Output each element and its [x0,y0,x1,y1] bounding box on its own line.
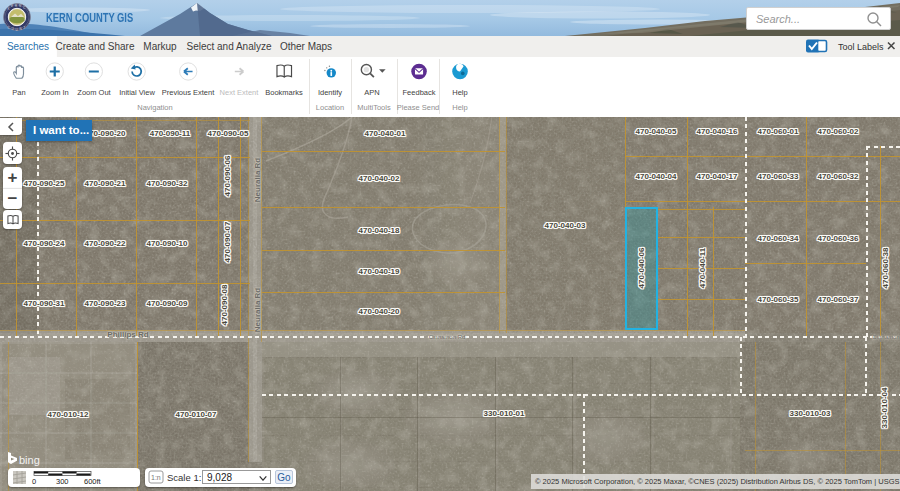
svg-text:Tool Labels: Tool Labels [838,42,884,52]
svg-text:N: N [19,4,21,8]
svg-text:bing: bing [19,454,40,466]
svg-text:1:n: 1:n [151,474,161,481]
svg-text:T: T [24,26,26,30]
svg-text:300: 300 [56,477,69,486]
svg-text:E: E [11,4,13,8]
svg-text:600ft: 600ft [84,477,102,486]
svg-text:0: 0 [32,477,36,486]
svg-text:N: N [20,27,22,31]
svg-text:U: U [16,28,18,32]
svg-text:K: K [8,7,10,11]
